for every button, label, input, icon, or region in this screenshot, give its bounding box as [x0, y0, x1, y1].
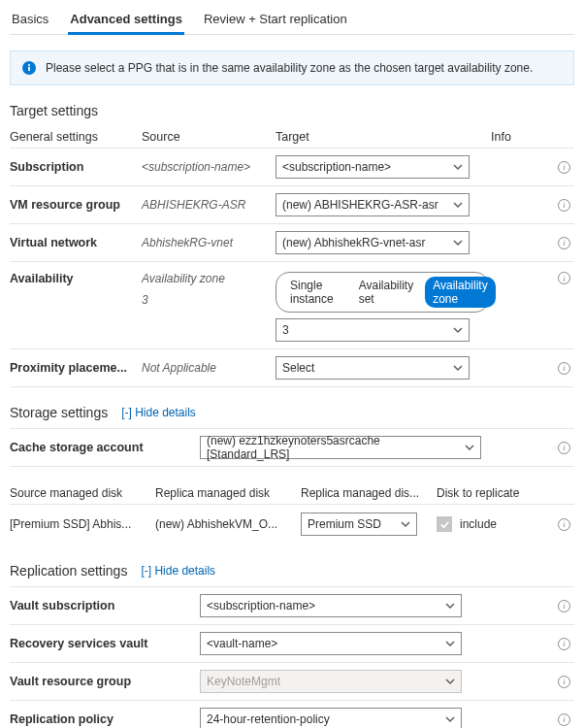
select-subscription[interactable]: <subscription-name>	[276, 155, 470, 179]
storage-settings-title: Storage settings	[10, 405, 108, 420]
info-icon[interactable]: i	[558, 713, 570, 726]
info-icon[interactable]: i	[558, 442, 570, 454]
disk-row: [Premium SSD] Abhis... (new) AbhishekVM_…	[10, 505, 574, 546]
select-ppg[interactable]: Select	[276, 356, 470, 380]
check-icon	[439, 519, 450, 530]
select-recovery-vault[interactable]: <vault-name>	[200, 632, 462, 655]
row-cache-storage: Cache storage account (new) ezz1hzkeynot…	[10, 428, 574, 467]
label-vnet: Virtual network	[10, 236, 142, 249]
info-icon[interactable]: i	[558, 161, 570, 174]
label-replication-policy: Replication policy	[10, 712, 200, 726]
info-icon[interactable]: i	[558, 362, 570, 375]
label-cache-storage: Cache storage account	[10, 441, 200, 454]
row-subscription: Subscription <subscription-name> <subscr…	[10, 148, 574, 185]
row-vm-resource-group: VM resource group ABHISHEKRG-ASR (new) A…	[10, 185, 574, 223]
disk-source: [Premium SSD] Abhis...	[10, 517, 155, 531]
info-icon[interactable]: i	[558, 518, 570, 531]
select-availability-zone[interactable]: 3	[276, 318, 470, 342]
info-banner-text: Please select a PPG that is in the same …	[46, 61, 533, 75]
source-subscription: <subscription-name>	[142, 160, 276, 174]
tab-basics[interactable]: Basics	[10, 6, 50, 35]
chevron-down-icon	[401, 519, 410, 529]
disk-table-header: Source managed disk Replica managed disk…	[10, 480, 574, 505]
label-availability: Availability	[10, 272, 142, 285]
svg-rect-2	[28, 67, 30, 71]
select-vmrg[interactable]: (new) ABHISHEKRG-ASR-asr	[276, 193, 470, 216]
header-info: Info	[491, 130, 574, 144]
svg-point-1	[28, 64, 30, 66]
select-replica-disk-type[interactable]: Premium SSD	[301, 513, 417, 536]
info-icon[interactable]: i	[558, 638, 570, 650]
label-ppg: Proximity placeme...	[10, 361, 142, 375]
chevron-down-icon	[453, 238, 463, 248]
pill-availability-set[interactable]: Availability set	[351, 277, 421, 308]
select-vnet[interactable]: (new) AbhishekRG-vnet-asr	[276, 231, 470, 254]
replication-settings-title: Replication settings	[10, 563, 127, 579]
source-vnet: AbhishekRG-vnet	[142, 236, 276, 249]
select-subscription-value: <subscription-name>	[282, 160, 391, 174]
checkbox-include[interactable]	[437, 516, 452, 532]
label-subscription: Subscription	[10, 160, 142, 174]
replication-hide-details-link[interactable]: [-] Hide details	[141, 564, 215, 578]
select-recovery-vault-value: <vault-name>	[207, 637, 277, 650]
chevron-down-icon	[465, 443, 474, 452]
availability-option-group: Single instance Availability set Availab…	[276, 272, 489, 313]
source-availability-line1: Availability zone	[142, 272, 268, 285]
select-vmrg-value: (new) ABHISHEKRG-ASR-asr	[282, 198, 438, 212]
header-general: General settings	[10, 130, 142, 144]
chevron-down-icon	[453, 325, 463, 335]
header-disk-to-replicate: Disk to replicate	[437, 486, 553, 500]
select-replication-policy[interactable]: 24-hour-retention-policy	[200, 708, 462, 728]
select-replication-policy-value: 24-hour-retention-policy	[207, 712, 330, 726]
select-cache-storage-value: (new) ezz1hzkeynoters5asrcache [Standard…	[207, 434, 465, 461]
row-vault-subscription: Vault subscription <subscription-name> i	[10, 586, 574, 624]
chevron-down-icon	[445, 639, 455, 648]
pill-availability-zone[interactable]: Availability zone	[425, 277, 495, 308]
target-settings-headers: General settings Source Target Info	[10, 124, 574, 148]
info-icon[interactable]: i	[558, 676, 570, 688]
header-target: Target	[276, 130, 491, 144]
select-vnet-value: (new) AbhishekRG-vnet-asr	[282, 236, 425, 249]
disk-replica: (new) AbhishekVM_O...	[155, 517, 301, 531]
chevron-down-icon	[453, 162, 463, 172]
source-availability: Availability zone 3	[142, 272, 276, 307]
label-vault-rg: Vault resource group	[10, 675, 200, 688]
chevron-down-icon	[453, 363, 463, 373]
row-virtual-network: Virtual network AbhishekRG-vnet (new) Ab…	[10, 223, 574, 261]
select-vault-rg-value: KeyNoteMgmt	[207, 675, 280, 688]
wizard-tabs: Basics Advanced settings Review + Start …	[10, 0, 574, 35]
chevron-down-icon	[445, 601, 455, 611]
header-replica-disk: Replica managed disk	[155, 486, 301, 500]
label-recovery-vault: Recovery services vault	[10, 637, 200, 650]
source-ppg: Not Applicable	[142, 361, 276, 375]
row-replication-policy: Replication policy 24-hour-retention-pol…	[10, 700, 574, 728]
info-icon[interactable]: i	[558, 272, 570, 284]
info-icon	[22, 61, 36, 75]
row-proximity-placement: Proximity placeme... Not Applicable Sele…	[10, 348, 574, 387]
source-availability-line2: 3	[142, 293, 268, 307]
select-cache-storage[interactable]: (new) ezz1hzkeynoters5asrcache [Standard…	[200, 436, 481, 459]
select-ppg-value: Select	[282, 361, 314, 375]
info-icon[interactable]: i	[558, 199, 570, 212]
info-icon[interactable]: i	[558, 237, 570, 249]
select-vault-subscription-value: <subscription-name>	[207, 599, 315, 612]
info-banner: Please select a PPG that is in the same …	[10, 50, 574, 85]
select-availability-zone-value: 3	[282, 323, 289, 337]
info-icon[interactable]: i	[558, 600, 570, 612]
row-recovery-vault: Recovery services vault <vault-name> i	[10, 624, 574, 662]
label-vault-subscription: Vault subscription	[10, 599, 200, 612]
checkbox-include-label: include	[460, 517, 497, 531]
pill-single-instance[interactable]: Single instance	[282, 277, 341, 308]
chevron-down-icon	[445, 714, 455, 724]
header-source-disk: Source managed disk	[10, 486, 155, 500]
select-vault-rg: KeyNoteMgmt	[200, 670, 462, 693]
select-vault-subscription[interactable]: <subscription-name>	[200, 594, 462, 617]
tab-advanced-settings[interactable]: Advanced settings	[68, 6, 184, 35]
row-availability: Availability Availability zone 3 Single …	[10, 261, 574, 348]
select-replica-disk-type-value: Premium SSD	[308, 517, 381, 531]
chevron-down-icon	[445, 677, 455, 686]
target-settings-title: Target settings	[10, 103, 574, 118]
chevron-down-icon	[453, 200, 463, 210]
tab-review-start[interactable]: Review + Start replication	[202, 6, 349, 35]
storage-hide-details-link[interactable]: [-] Hide details	[121, 406, 196, 419]
